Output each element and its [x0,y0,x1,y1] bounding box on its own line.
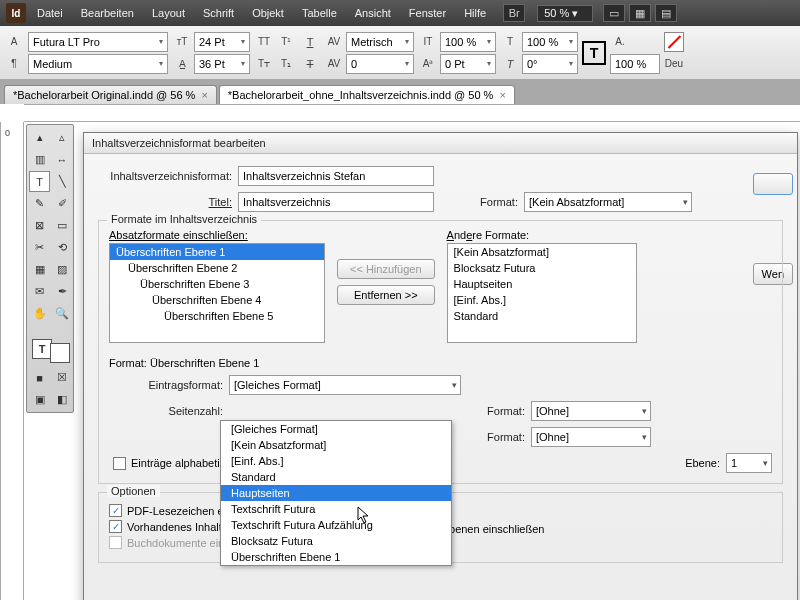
list-item[interactable]: Überschriften Ebene 1 [110,244,324,260]
scissors-tool[interactable]: ✂ [29,237,50,258]
zoom-tool[interactable]: 🔍 [52,303,73,324]
rectangle-tool[interactable]: ▭ [52,215,73,236]
menu-layout[interactable]: Layout [145,3,192,23]
pagenum-format-select[interactable]: [Ohne] [531,401,651,421]
smallcaps-icon[interactable]: Tᴛ [254,54,274,74]
dropdown-option[interactable]: Blocksatz Futura [221,533,451,549]
list-item[interactable]: Überschriften Ebene 5 [110,308,324,324]
entryformat-dropdown[interactable]: [Gleiches Format] [Kein Absatzformat] [E… [220,420,452,566]
fill-swatch-icon[interactable]: T [582,41,606,65]
pencil-tool[interactable]: ✐ [52,193,73,214]
list-item[interactable]: Hauptseiten [448,276,636,292]
list-item[interactable]: [Einf. Abs.] [448,292,636,308]
list-item[interactable]: Standard [448,308,636,324]
remove-button[interactable]: Entfernen >> [337,285,435,305]
leading-input[interactable]: 36 Pt▾ [194,54,250,74]
ruler-horizontal[interactable] [24,104,800,122]
entryformat-select[interactable]: [Gleiches Format] [229,375,461,395]
hscale-input[interactable]: 100 %▾ [522,32,578,52]
arrange2-icon[interactable]: ▤ [655,4,677,22]
char-mode-icon[interactable]: A [4,32,24,52]
skew-input[interactable]: 0°▾ [522,54,578,74]
gradient-feather-tool[interactable]: ▨ [52,259,73,280]
list-item[interactable]: [Kein Absatzformat] [448,244,636,260]
menu-schrift[interactable]: Schrift [196,3,241,23]
fontsize-icon: тТ [172,32,192,52]
allcaps-icon[interactable]: TT [254,32,274,52]
dropdown-option[interactable]: Standard [221,469,451,485]
close-icon[interactable]: × [201,89,207,101]
close-icon[interactable]: × [499,89,505,101]
level-select[interactable]: 1 [726,453,772,473]
format-r2-label: Format: [461,431,531,443]
menu-datei[interactable]: Datei [30,3,70,23]
font-family-select[interactable]: Futura LT Pro▾ [28,32,168,52]
dropdown-option[interactable]: Textschrift Futura [221,501,451,517]
title-input[interactable] [238,192,434,212]
gradient-tool[interactable]: ▦ [29,259,50,280]
tocformat-input[interactable] [238,166,434,186]
view-mode-2[interactable]: ◧ [52,389,73,410]
dropdown-option[interactable]: [Einf. Abs.] [221,453,451,469]
note-tool[interactable]: ✉ [29,281,50,302]
other-listbox[interactable]: [Kein Absatzformat] Blocksatz Futura Hau… [447,243,637,343]
hand-tool[interactable]: ✋ [29,303,50,324]
ruler-vertical[interactable]: 0 [0,122,24,600]
menu-bearbeiten[interactable]: Bearbeiten [74,3,141,23]
add-button[interactable]: << Hinzufügen [337,259,435,279]
kerning-select[interactable]: Metrisch▾ [346,32,414,52]
menu-tabelle[interactable]: Tabelle [295,3,344,23]
between-format-select[interactable]: [Ohne] [531,427,651,447]
apply-none[interactable]: ☒ [52,367,73,388]
list-item[interactable]: Überschriften Ebene 2 [110,260,324,276]
baseline-input[interactable]: 0 Pt▾ [440,54,496,74]
strike-icon[interactable]: T [300,54,320,74]
list-item[interactable]: Blocksatz Futura [448,260,636,276]
bridge-button[interactable]: Br [503,4,525,22]
superscript-icon[interactable]: T¹ [276,32,296,52]
title-format-select[interactable]: [Kein Absatzformat] [524,192,692,212]
document-tab[interactable]: *Bachelorarbeit Original.indd @ 56 %× [4,85,217,104]
pen-tool[interactable]: ✎ [29,193,50,214]
line-tool[interactable]: ╲ [52,171,73,192]
frame-tool[interactable]: ⊠ [29,215,50,236]
eyedropper-tool[interactable]: ✒ [52,281,73,302]
dropdown-option[interactable]: [Gleiches Format] [221,421,451,437]
gap-tool[interactable]: ↔ [52,149,73,170]
charstyle-icon[interactable]: A. [610,32,630,52]
menu-fenster[interactable]: Fenster [402,3,453,23]
document-tab[interactable]: *Bachelorarbeit_ohne_Inhaltsverzeichnis.… [219,85,515,104]
stroke-swatch[interactable] [664,32,684,52]
type-tool[interactable]: T [29,171,50,192]
zoom-select[interactable]: 50 % ▾ [537,5,593,22]
menu-objekt[interactable]: Objekt [245,3,291,23]
list-item[interactable]: Überschriften Ebene 4 [110,292,324,308]
dropdown-option[interactable]: Überschriften Ebene 1 [221,549,451,565]
vscale-input[interactable]: 100 %▾ [440,32,496,52]
subscript-icon[interactable]: T₁ [276,54,296,74]
dropdown-option[interactable]: Textschrift Futura Aufzählung [221,517,451,533]
toc-format-dialog: Inhaltsverzeichnisformat bearbeiten Wen … [83,132,798,600]
apply-color[interactable]: ■ [29,367,50,388]
page-tool[interactable]: ▥ [29,149,50,170]
list-item[interactable]: Überschriften Ebene 3 [110,276,324,292]
fill-tint-input[interactable]: 100 % [610,54,660,74]
alpha-checkbox[interactable]: Einträge alphabetisch [113,457,237,470]
direct-select-tool[interactable]: ▵ [52,127,73,148]
font-weight-select[interactable]: Medium▾ [28,54,168,74]
para-mode-icon[interactable]: ¶ [4,54,24,74]
transform-tool[interactable]: ⟲ [52,237,73,258]
view-mode[interactable]: ▣ [29,389,50,410]
include-listbox[interactable]: Überschriften Ebene 1 Überschriften Eben… [109,243,325,343]
fill-stroke-swatch[interactable]: T [29,336,73,366]
font-size-input[interactable]: 24 Pt▾ [194,32,250,52]
underline-icon[interactable]: T [300,32,320,52]
menu-ansicht[interactable]: Ansicht [348,3,398,23]
menu-hilfe[interactable]: Hilfe [457,3,493,23]
arrange-icon[interactable]: ▦ [629,4,651,22]
selection-tool[interactable]: ▴ [29,127,50,148]
dropdown-option[interactable]: Hauptseiten [221,485,451,501]
screen-mode-icon[interactable]: ▭ [603,4,625,22]
dropdown-option[interactable]: [Kein Absatzformat] [221,437,451,453]
tracking-input[interactable]: 0▾ [346,54,414,74]
